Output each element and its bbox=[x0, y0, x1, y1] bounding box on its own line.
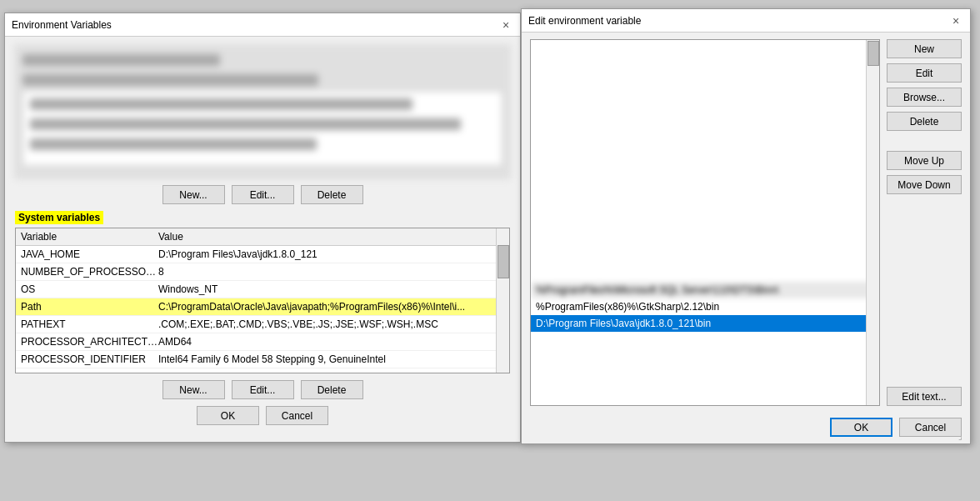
list-scrollbar-thumb[interactable] bbox=[868, 41, 879, 66]
edit-cancel-button[interactable]: Cancel bbox=[899, 418, 962, 437]
table-row[interactable]: PROCESSOR_IDENTIFIER Intel64 Family 6 Mo… bbox=[16, 351, 496, 368]
edit-env-var-dialog: Edit environment variable × %ProgramFile… bbox=[521, 8, 971, 444]
table-row-selected[interactable]: Path C:\ProgramData\Oracle\Java\javapath… bbox=[16, 298, 496, 316]
user-variables-section bbox=[15, 45, 510, 178]
var-name: OS bbox=[21, 283, 158, 296]
sys-vars-button-row: New... Edit... Delete bbox=[15, 380, 510, 399]
table-row[interactable]: PATHEXT .COM;.EXE;.BAT;.CMD;.VBS;.VBE;.J… bbox=[16, 316, 496, 333]
sys-new-button[interactable]: New... bbox=[162, 380, 225, 399]
var-name: PROCESSOR_IDENTIFIER bbox=[21, 353, 158, 366]
system-variables-label: System variables bbox=[15, 211, 103, 224]
sys-edit-button[interactable]: Edit... bbox=[232, 380, 294, 399]
environment-variables-dialog: Environment Variables × New... Edit... D… bbox=[4, 13, 521, 443]
edit-text-button[interactable]: Edit text... bbox=[887, 387, 962, 406]
edit-buttons-panel: New Edit Browse... Delete Move Up Move D… bbox=[887, 39, 962, 406]
system-variables-table: Variable Value JAVA_HOME D:\Program File… bbox=[16, 228, 496, 373]
var-value: D:\Program Files\Java\jdk1.8.0_121 bbox=[158, 248, 491, 261]
system-variables-table-container: Variable Value JAVA_HOME D:\Program File… bbox=[15, 228, 510, 373]
table-row[interactable]: JAVA_HOME D:\Program Files\Java\jdk1.8.0… bbox=[16, 246, 496, 263]
var-value: Windows_NT bbox=[158, 283, 491, 296]
spacer bbox=[887, 199, 962, 382]
var-name: PROCESSOR_ARCHITECTURE bbox=[21, 335, 158, 348]
path-entries-list[interactable]: %ProgramFiles%\Microsoft SQL Server\110\… bbox=[530, 39, 880, 406]
move-down-button[interactable]: Move Down bbox=[887, 175, 962, 194]
env-dialog-title: Environment Variables bbox=[12, 19, 112, 31]
edit-button[interactable]: Edit bbox=[887, 63, 962, 83]
edit-dialog-body: %ProgramFiles%\Microsoft SQL Server\110\… bbox=[522, 33, 970, 413]
edit-dialog-close-button[interactable]: × bbox=[948, 13, 963, 28]
sys-delete-button[interactable]: Delete bbox=[301, 380, 363, 399]
var-value: 8 bbox=[158, 265, 491, 278]
var-name: PATHEXT bbox=[21, 318, 158, 331]
user-edit-button[interactable]: Edit... bbox=[232, 185, 294, 204]
blurred-table bbox=[22, 91, 502, 166]
blurred-line bbox=[22, 54, 220, 66]
list-item[interactable]: %ProgramFiles%\Microsoft SQL Server\110\… bbox=[531, 282, 879, 298]
resize-grip[interactable]: ⌟ bbox=[958, 432, 968, 442]
var-name: JAVA_HOME bbox=[21, 248, 158, 261]
blurred-line bbox=[30, 98, 412, 110]
scrollbar-thumb[interactable] bbox=[498, 245, 509, 278]
move-up-button[interactable]: Move Up bbox=[887, 151, 962, 170]
col-value-header: Value bbox=[158, 231, 491, 243]
env-ok-button[interactable]: OK bbox=[197, 406, 259, 425]
list-item-selected[interactable]: D:\Program Files\Java\jdk1.8.0_121\bin bbox=[531, 315, 879, 332]
button-spacer bbox=[887, 136, 962, 146]
var-value: Intel64 Family 6 Model 58 Stepping 9, Ge… bbox=[158, 353, 491, 366]
user-vars-button-row: New... Edit... Delete bbox=[15, 185, 510, 204]
var-value: C:\ProgramData\Oracle\Java\javapath;%Pro… bbox=[158, 300, 491, 313]
edit-dialog-footer: OK Cancel bbox=[522, 413, 970, 443]
user-delete-button[interactable]: Delete bbox=[301, 185, 363, 204]
env-dialog-body: New... Edit... Delete System variables V… bbox=[5, 37, 520, 442]
list-item[interactable]: %ProgramFiles(x86)%\GtkSharp\2.12\bin bbox=[531, 298, 879, 315]
env-ok-cancel-row: OK Cancel bbox=[15, 406, 510, 433]
col-variable-header: Variable bbox=[21, 231, 158, 243]
env-dialog-titlebar: Environment Variables × bbox=[5, 13, 520, 37]
list-scrollbar[interactable] bbox=[866, 40, 879, 405]
table-row[interactable]: PROCESSOR_ARCHITECTURE AMD64 bbox=[16, 333, 496, 351]
table-row[interactable]: NUMBER_OF_PROCESSORS 8 bbox=[16, 263, 496, 281]
env-dialog-close-button[interactable]: × bbox=[498, 18, 513, 33]
table-scrollbar[interactable] bbox=[496, 228, 509, 373]
edit-dialog-title: Edit environment variable bbox=[528, 15, 641, 27]
blurred-line bbox=[30, 118, 461, 130]
table-row[interactable]: OS Windows_NT bbox=[16, 281, 496, 298]
var-value: .COM;.EXE;.BAT;.CMD;.VBS;.VBE;.JS;.JSE;.… bbox=[158, 318, 491, 331]
edit-ok-button[interactable]: OK bbox=[830, 418, 892, 437]
table-header: Variable Value bbox=[16, 228, 496, 246]
var-value: AMD64 bbox=[158, 335, 491, 348]
var-name: Path bbox=[21, 300, 158, 313]
browse-button[interactable]: Browse... bbox=[887, 88, 962, 107]
new-button[interactable]: New bbox=[887, 39, 962, 58]
delete-button[interactable]: Delete bbox=[887, 112, 962, 131]
env-cancel-button[interactable]: Cancel bbox=[266, 406, 328, 425]
var-name: NUMBER_OF_PROCESSORS bbox=[21, 265, 158, 278]
user-new-button[interactable]: New... bbox=[162, 185, 225, 204]
edit-dialog-titlebar: Edit environment variable × bbox=[522, 9, 970, 33]
blurred-line bbox=[22, 74, 318, 86]
blurred-line bbox=[30, 138, 317, 150]
